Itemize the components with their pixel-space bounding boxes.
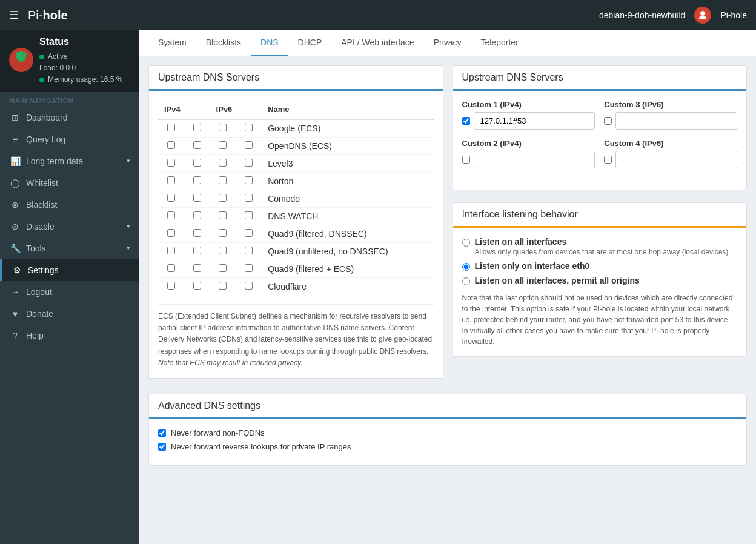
radio-eth0-input[interactable] — [462, 263, 470, 271]
ipv4a-checkbox-0[interactable] — [167, 124, 175, 131]
ipv4b-checkbox-6[interactable] — [193, 229, 201, 237]
ipv6a-checkbox-8[interactable] — [219, 264, 227, 272]
custom2-checkbox[interactable] — [462, 156, 470, 164]
ipv6b-checkbox-2[interactable] — [245, 159, 253, 167]
ipv4a-checkbox-8[interactable] — [167, 264, 175, 272]
settings-tabs: System Blocklists DNS DHCP API / Web int… — [139, 30, 756, 56]
ipv6a-checkbox-6[interactable] — [219, 229, 227, 237]
tools-arrow-icon: ▾ — [127, 244, 130, 252]
ipv4b-checkbox-2[interactable] — [193, 159, 201, 167]
custom2-input[interactable] — [474, 151, 595, 168]
ipv4a-checkbox-4[interactable] — [167, 194, 175, 202]
ipv4b-checkbox-8[interactable] — [193, 264, 201, 272]
ipv4a-checkbox-7[interactable] — [167, 247, 175, 254]
no-fqdns-checkbox[interactable] — [158, 429, 166, 437]
ipv6b-checkbox-6[interactable] — [245, 229, 253, 237]
radio-all-permit: Listen on all interfaces, permit all ori… — [462, 276, 738, 285]
table-row: OpenDNS (ECS) — [158, 138, 434, 155]
ipv6a-checkbox-7[interactable] — [219, 247, 227, 254]
ipv6a-checkbox-3[interactable] — [219, 176, 227, 184]
tab-privacy[interactable]: Privacy — [424, 30, 471, 56]
ipv4a-checkbox-5[interactable] — [167, 211, 175, 219]
disable-arrow-icon: ▾ — [127, 222, 130, 230]
radio-all-interfaces-input[interactable] — [462, 239, 470, 247]
no-private-checkbox[interactable] — [158, 443, 166, 451]
custom1-input[interactable] — [474, 112, 595, 130]
ipv4a-checkbox-2[interactable] — [167, 159, 175, 167]
interface-note: Note that the last option should not be … — [462, 293, 738, 347]
sidebar-item-blacklist[interactable]: ⊗ Blacklist — [0, 194, 139, 216]
no-fqdns-text: Never forward non-FQDNs — [171, 428, 265, 437]
custom4-checkbox[interactable] — [604, 156, 612, 164]
pihole-label: Pi-hole — [720, 10, 747, 20]
sidebar-item-disable[interactable]: ⊘ Disable ▾ — [0, 216, 139, 237]
sidebar-item-tools[interactable]: 🔧 Tools ▾ — [0, 237, 139, 259]
ipv6b-checkbox-8[interactable] — [245, 264, 253, 272]
server-name-1: OpenDNS (ECS) — [262, 138, 433, 155]
ipv6b-checkbox-3[interactable] — [245, 176, 253, 184]
ipv6a-checkbox-1[interactable] — [219, 141, 227, 149]
col-name: Name — [262, 100, 433, 119]
tab-dns[interactable]: DNS — [251, 30, 288, 56]
ipv4a-checkbox-9[interactable] — [167, 282, 175, 290]
ipv6a-checkbox-2[interactable] — [219, 159, 227, 167]
ipv6b-checkbox-1[interactable] — [245, 141, 253, 149]
active-label: Active — [48, 51, 68, 62]
sidebar-item-logout[interactable]: → Logout — [0, 281, 139, 303]
server-name-0: Google (ECS) — [262, 119, 433, 138]
ipv4b-checkbox-7[interactable] — [193, 247, 201, 254]
custom1-checkbox[interactable] — [462, 117, 470, 125]
server-name-7: Quad9 (unfiltered, no DNSSEC) — [262, 243, 433, 260]
all-interfaces-desc: Allows only queries from devices that ar… — [475, 248, 729, 256]
ipv6b-checkbox-0[interactable] — [245, 124, 253, 131]
custom3-input[interactable] — [615, 112, 737, 130]
ipv6a-checkbox-9[interactable] — [219, 282, 227, 290]
ipv6a-checkbox-5[interactable] — [219, 211, 227, 219]
ipv4a-checkbox-1[interactable] — [167, 141, 175, 149]
brand-logo[interactable]: Pi-hole — [28, 8, 68, 22]
sidebar-item-query-log[interactable]: ≡ Query Log — [0, 128, 139, 150]
ipv4a-checkbox-6[interactable] — [167, 229, 175, 237]
hamburger-button[interactable]: ☰ — [9, 8, 19, 22]
ipv6b-checkbox-7[interactable] — [245, 247, 253, 254]
tab-dhcp[interactable]: DHCP — [288, 30, 332, 56]
custom4-input[interactable] — [615, 151, 737, 168]
ipv6a-checkbox-4[interactable] — [219, 194, 227, 202]
server-name-6: Quad9 (filtered, DNSSEC) — [262, 225, 433, 243]
no-private-label[interactable]: Never forward reverse lookups for privat… — [158, 442, 737, 451]
no-fqdns-label[interactable]: Never forward non-FQDNs — [158, 428, 737, 437]
ipv6b-checkbox-5[interactable] — [245, 211, 253, 219]
query-log-icon: ≡ — [9, 134, 21, 144]
ipv4b-checkbox-1[interactable] — [193, 141, 201, 149]
tab-teleporter[interactable]: Teleporter — [471, 30, 528, 56]
load-row: Load: 0 0 0 — [39, 62, 122, 74]
ipv4b-checkbox-9[interactable] — [193, 282, 201, 290]
sidebar-item-donate[interactable]: ♥ Donate — [0, 303, 139, 325]
ipv4b-checkbox-0[interactable] — [193, 124, 201, 131]
ipv4b-checkbox-4[interactable] — [193, 194, 201, 202]
ipv4b-checkbox-3[interactable] — [193, 176, 201, 184]
sidebar-item-settings[interactable]: ⚙ Settings — [0, 259, 139, 281]
sidebar-item-disable-label: Disable — [26, 222, 55, 231]
tab-api-web[interactable]: API / Web interface — [331, 30, 423, 56]
dns-servers-table: IPv4 IPv6 Name Google (ECS) O — [158, 100, 434, 295]
ipv6b-checkbox-9[interactable] — [245, 282, 253, 290]
tab-system[interactable]: System — [148, 30, 196, 56]
nav-section-label: MAIN NAVIGATION — [0, 92, 139, 107]
sidebar-item-long-term-data[interactable]: 📊 Long term data ▾ — [0, 150, 139, 172]
upstream-dns-title: Upstream DNS Servers — [149, 66, 443, 91]
ipv6a-checkbox-0[interactable] — [219, 124, 227, 131]
custom3-checkbox[interactable] — [604, 117, 612, 125]
sidebar-item-whitelist[interactable]: ◯ Whitelist — [0, 172, 139, 194]
sidebar-item-donate-label: Donate — [26, 309, 53, 319]
sidebar-item-dashboard[interactable]: ⊞ Dashboard — [0, 107, 139, 128]
radio-all-permit-input[interactable] — [462, 277, 470, 285]
ipv4b-checkbox-5[interactable] — [193, 211, 201, 219]
custom2-label: Custom 2 (IPv4) — [462, 139, 595, 148]
memory-row: Memory usage: 16.5 % — [39, 74, 122, 85]
tab-blocklists[interactable]: Blocklists — [196, 30, 251, 56]
ipv4a-checkbox-3[interactable] — [167, 176, 175, 184]
custom1-group: Custom 1 (IPv4) — [462, 100, 595, 130]
sidebar-item-help[interactable]: ? Help — [0, 325, 139, 347]
ipv6b-checkbox-4[interactable] — [245, 194, 253, 202]
